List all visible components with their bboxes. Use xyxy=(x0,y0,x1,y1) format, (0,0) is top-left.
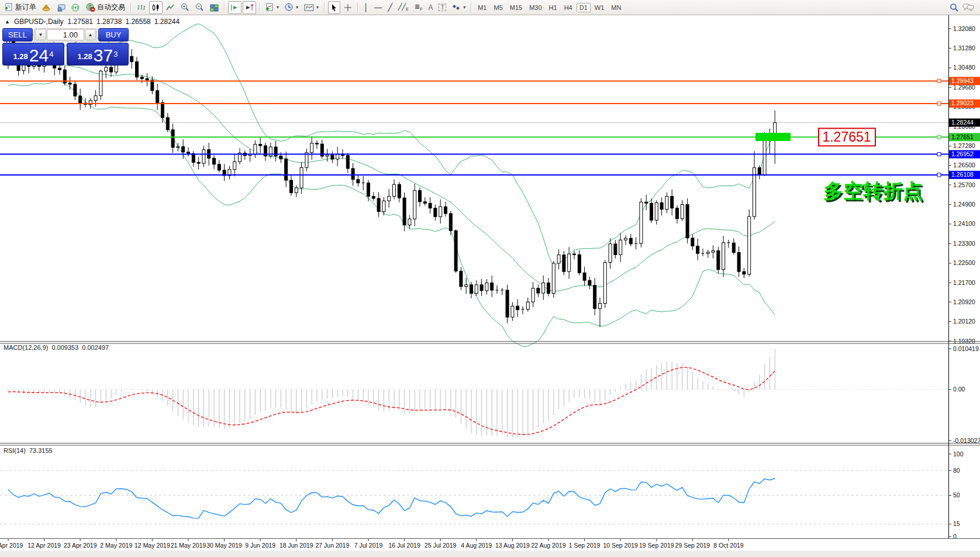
tile-windows-button[interactable] xyxy=(208,1,221,14)
chart-shift-icon xyxy=(245,4,254,12)
time-axis[interactable] xyxy=(0,538,980,551)
tile-windows-icon xyxy=(210,4,219,12)
template-icon xyxy=(304,4,314,12)
mt4-window: 新订单 自动交易 xyxy=(0,0,980,557)
timeframe-M15[interactable]: M15 xyxy=(507,3,525,12)
volume-stepper: ▼ 1.00 ▲ xyxy=(34,28,97,42)
price-chart[interactable]: 多空转折点多空转折点1.276511.320801.312801.304801.… xyxy=(0,15,980,557)
crosshair-icon xyxy=(344,4,352,12)
toolbar-separator xyxy=(130,2,132,13)
volume-input[interactable]: 1.00 xyxy=(47,29,84,40)
search-icon[interactable] xyxy=(950,3,959,12)
vertical-line-tool[interactable]: │ xyxy=(361,1,371,14)
ohlc-close: 1.28244 xyxy=(154,18,180,26)
macd-signal-value: 0.002497 xyxy=(82,344,109,351)
rsi-value: 73.3155 xyxy=(29,447,53,454)
rsi-name: RSI(14) xyxy=(4,447,26,454)
arrows-dropdown-caret[interactable]: ▾ xyxy=(463,5,465,10)
panel-separator-rsi[interactable] xyxy=(0,442,980,446)
toolbar-right-group xyxy=(950,3,978,12)
macd-signal-line xyxy=(8,367,775,435)
sell-price-sup: 4 xyxy=(49,45,53,63)
auto-scroll-button[interactable] xyxy=(228,1,241,14)
zoom-out-icon xyxy=(195,3,204,12)
candle-chart-mode-button[interactable] xyxy=(149,1,163,14)
volume-decrease-button[interactable]: ▼ xyxy=(35,29,46,40)
zoom-in-icon xyxy=(181,3,189,12)
fibonacci-tool[interactable]: ≣F xyxy=(412,1,425,14)
channel-tool[interactable]: ╱╱E xyxy=(396,1,411,14)
bar-chart-mode-button[interactable] xyxy=(134,1,148,14)
buy-price-small: 1.28 xyxy=(78,51,92,63)
toolbar-separator xyxy=(259,2,260,13)
timeframe-M1[interactable]: M1 xyxy=(475,3,489,12)
panel-separator-macd[interactable] xyxy=(0,341,980,344)
timeframe-D1[interactable]: D1 xyxy=(577,3,591,12)
timeframe-H4[interactable]: H4 xyxy=(561,3,575,12)
rsi-line xyxy=(8,478,775,518)
text-label-tool[interactable]: T xyxy=(436,1,448,14)
chart-shift-button[interactable] xyxy=(243,1,256,14)
price-axis[interactable] xyxy=(949,15,980,538)
chart-symbol-period: GBPUSD-,Daily xyxy=(14,18,64,26)
arrows-icon xyxy=(452,4,461,11)
timeframe-H1[interactable]: H1 xyxy=(546,3,560,12)
toolbar-separator xyxy=(357,2,358,13)
new-order-button[interactable]: 新订单 xyxy=(2,1,39,14)
auto-trading-icon xyxy=(86,3,95,12)
chart-ohlc-header: ▲ GBPUSD-,Daily 1.27581 1.28738 1.26558 … xyxy=(5,18,180,26)
hline-anchor xyxy=(937,153,941,156)
cursor-tool-button[interactable] xyxy=(328,1,340,14)
timeframe-M30[interactable]: M30 xyxy=(526,3,544,12)
buy-button[interactable]: BUY xyxy=(98,28,129,42)
macd-label: MACD(12,26,9) 0.009353 0.002497 xyxy=(4,344,109,351)
toolbar: 新订单 自动交易 xyxy=(0,0,980,15)
toolbar-separator xyxy=(324,2,325,13)
periods-dropdown-caret[interactable]: ▾ xyxy=(296,5,298,10)
terminal-user-icon xyxy=(57,4,65,12)
timeframe-M5[interactable]: M5 xyxy=(491,3,505,12)
market-watch-button[interactable] xyxy=(54,1,68,14)
new-order-icon xyxy=(5,3,13,12)
indicators-button[interactable]: ▾ xyxy=(263,1,281,14)
timeframe-MN[interactable]: MN xyxy=(608,3,624,12)
horizontal-line-tool[interactable]: — xyxy=(372,1,384,14)
hline-anchor xyxy=(937,102,941,105)
hline-anchor xyxy=(937,173,941,177)
sell-button[interactable]: SELL xyxy=(2,28,33,42)
sell-price-big: 24 xyxy=(29,47,49,63)
timeframe-W1[interactable]: W1 xyxy=(592,3,608,12)
macd-name: MACD(12,26,9) xyxy=(4,344,48,351)
candlestick-icon xyxy=(151,4,160,12)
timeframe-group: M1M5M15M30H1H4D1W1MN xyxy=(475,3,624,12)
indicators-dropdown-caret[interactable]: ▾ xyxy=(277,5,279,10)
periods-button[interactable]: ▾ xyxy=(282,1,301,14)
auto-trading-label: 自动交易 xyxy=(97,2,125,12)
sell-price-small: 1.28 xyxy=(13,51,28,63)
crosshair-tool-button[interactable] xyxy=(341,1,354,14)
arrows-tool[interactable]: ▾ xyxy=(450,1,468,14)
text-tool[interactable]: A xyxy=(426,1,435,14)
signal-icon xyxy=(71,4,80,12)
zoom-out-button[interactable] xyxy=(193,1,206,14)
template-button[interactable]: ▾ xyxy=(302,1,321,14)
volume-increase-button[interactable]: ▲ xyxy=(85,29,96,40)
highlight-rect-object xyxy=(755,133,791,141)
template-dropdown-caret[interactable]: ▾ xyxy=(316,5,319,10)
chat-icon[interactable] xyxy=(962,3,974,12)
hline-anchor xyxy=(937,135,941,139)
buy-price-sup: 3 xyxy=(113,45,118,63)
trade-panel-collapse-arrow[interactable]: ▲ xyxy=(5,19,10,25)
sell-price-display[interactable]: 1.28244 xyxy=(2,43,64,66)
buy-price-display[interactable]: 1.28373 xyxy=(67,43,129,66)
signals-button[interactable] xyxy=(69,1,82,14)
trendline-tool[interactable]: ╱ xyxy=(385,1,395,14)
profile-button[interactable] xyxy=(40,1,53,14)
auto-trading-button[interactable]: 自动交易 xyxy=(84,1,127,14)
annotation-text: 多空转折点 xyxy=(823,180,923,202)
zoom-in-button[interactable] xyxy=(178,1,192,14)
line-chart-mode-button[interactable] xyxy=(164,1,177,14)
rsi-label: RSI(14) 73.3155 xyxy=(4,447,53,454)
one-click-trading-panel: SELL ▼ 1.00 ▲ BUY 1.28244 1.28373 xyxy=(2,28,129,66)
hline-anchor xyxy=(937,79,941,82)
